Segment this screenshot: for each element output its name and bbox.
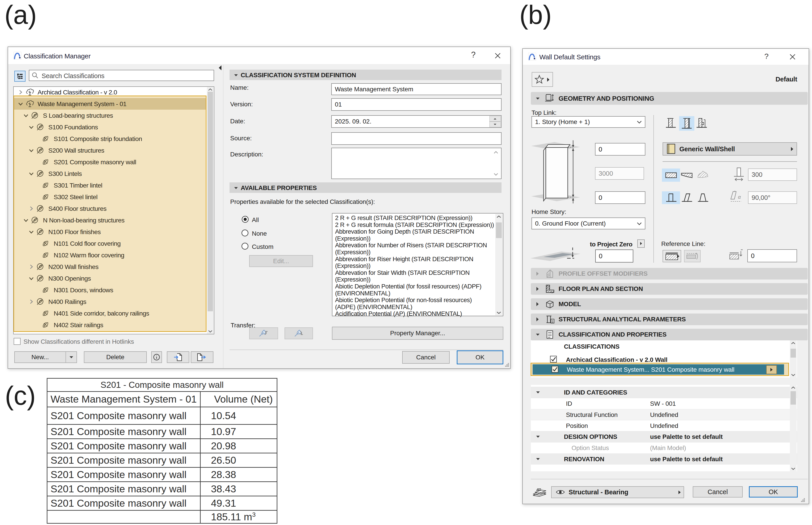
svg-text:α: α bbox=[738, 194, 741, 200]
